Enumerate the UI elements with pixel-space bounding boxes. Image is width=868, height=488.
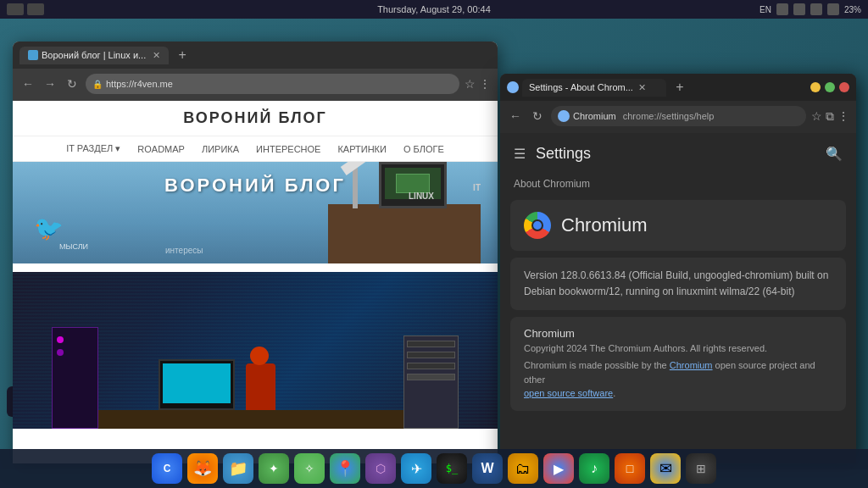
nav-about[interactable]: О БЛОГЕ [403, 143, 444, 154]
hero-pixel-art: ВОРОНИЙ БЛОГ 🐦 МЫСЛИ LINUX [13, 162, 498, 263]
refresh-button-2[interactable]: ↻ [529, 108, 546, 125]
nav-it[interactable]: IT РАЗДЕЛ ▾ [66, 143, 120, 154]
new-tab-button-1[interactable]: + [172, 45, 192, 65]
close-button[interactable] [839, 82, 849, 92]
nav-pictures[interactable]: КАРТИНКИ [337, 143, 386, 154]
chromium-link[interactable]: Chromium [670, 360, 713, 370]
settings-tab-label: Settings - About Chrom... [529, 82, 633, 92]
dock-firefox-icon[interactable]: 🦊 [187, 453, 218, 484]
nav-roadmap[interactable]: ROADMAP [137, 143, 185, 154]
dock-archive-icon[interactable]: 🗂 [508, 453, 538, 484]
settings-content: ☰ Settings 🔍 About Chromium Chromium Ver… [500, 133, 856, 463]
site-header: ВОРОНИЙ БЛОГ [13, 101, 498, 136]
locale-indicator: EN [760, 5, 771, 14]
browser-window-2: Settings - About Chrom... ✕ + ← ↻ Chromi… [500, 74, 856, 463]
dock-telegram-icon[interactable]: ✈ [401, 453, 431, 484]
nav-interesting[interactable]: ИНТЕРЕСНОЕ [256, 143, 320, 154]
settings-favicon-small [558, 110, 570, 122]
settings-tab-icon [507, 81, 519, 93]
dock-appstore1-icon[interactable]: ✦ [259, 453, 289, 484]
website-content: ВОРОНИЙ БЛОГ IT РАЗДЕЛ ▾ ROADMAP ЛИРИКА … [13, 101, 498, 463]
browser-chrome-2: Settings - About Chrom... ✕ + ← ↻ Chromi… [500, 74, 856, 133]
chromium-version-text: Version 128.0.6613.84 (Official Build, u… [524, 269, 828, 297]
footer-copyright: Copyright 2024 The Chromium Authors. All… [524, 343, 832, 353]
browser-nav-2: ← ↻ Chromium chrome://settings/help ☆ ⧉ … [500, 101, 856, 131]
url-display-2-path: chrome://settings/help [623, 111, 715, 121]
dock-music-icon[interactable]: ♪ [579, 453, 609, 484]
back-button-2[interactable]: ← [507, 108, 524, 125]
taskbar-top-left [7, 3, 44, 15]
dock-chromium-icon[interactable]: C [152, 453, 182, 484]
nav-lirika[interactable]: ЛИРИКА [202, 143, 239, 154]
server-unit-2 [407, 352, 455, 358]
dock-hex-icon[interactable]: ⬡ [365, 453, 396, 484]
server-unit-4 [407, 374, 455, 380]
dock-files-icon[interactable]: 📁 [223, 453, 253, 484]
extensions-button-2[interactable]: ⧉ [826, 109, 834, 124]
minimize-button[interactable] [810, 82, 821, 92]
chromium-logo-inner [531, 219, 543, 231]
chromium-app-name: Chromium [561, 214, 647, 236]
window-controls-2 [810, 82, 849, 92]
system-tray: EN 23% [760, 3, 861, 15]
server-unit-1 [407, 341, 455, 347]
maximize-button[interactable] [825, 82, 835, 92]
oss-link[interactable]: open source software [524, 388, 613, 398]
post-monitor-outer [159, 359, 235, 410]
footer-text-before: Chromium is made possible by the [524, 360, 670, 370]
datetime-display: Thursday, August 29, 00:44 [377, 4, 491, 14]
tab-close-1[interactable]: ✕ [153, 50, 160, 61]
browser-chrome-1: Вороний блог | Linux и... ✕ + ← → ↻ 🔒 ht… [13, 42, 498, 101]
post-figure-body [246, 363, 275, 410]
active-tab-1[interactable]: Вороний блог | Linux и... ✕ [19, 47, 169, 64]
settings-tab[interactable]: Settings - About Chrom... ✕ [522, 79, 666, 97]
hero-linux-label: LINUX [409, 191, 434, 201]
network-icon [776, 3, 788, 15]
dock-vm-icon[interactable]: □ [615, 453, 645, 484]
more-button-1[interactable]: ⋮ [479, 77, 491, 91]
browser-tabbar-1: Вороний блог | Linux и... ✕ + [13, 42, 498, 69]
new-tab-button-2[interactable]: + [670, 77, 690, 97]
dock-maps-icon[interactable]: 📍 [330, 453, 360, 484]
hero-overlay-title: ВОРОНИЙ БЛОГ [164, 175, 346, 197]
settings-toolbar: ☰ Settings 🔍 [500, 133, 856, 175]
battery-percent: 23% [844, 5, 861, 14]
server-unit-3 [407, 363, 455, 369]
desktop: Вороний блог | Linux и... ✕ + ← → ↻ 🔒 ht… [0, 19, 868, 469]
refresh-button-1[interactable]: ↻ [64, 75, 81, 92]
settings-search-button[interactable]: 🔍 [826, 146, 843, 162]
hero-interests-label: интересы [165, 246, 203, 255]
dock-extra-icon[interactable]: ⊞ [686, 453, 716, 484]
hero-caption-mysli: МЫСЛИ [59, 242, 88, 251]
dock-mail-icon[interactable]: ✉ [650, 453, 681, 484]
footer-oss-text: Chromium is made possible by the Chromiu… [524, 358, 832, 401]
chromium-logo [524, 212, 551, 239]
back-button-1[interactable]: ← [19, 75, 36, 92]
chromium-version-card: Version 128.0.6613.84 (Official Build, u… [510, 258, 846, 310]
footer-app-name: Chromium [524, 327, 832, 340]
crow-decoration: 🐦 [34, 214, 64, 242]
settings-page-title: Settings [536, 145, 591, 163]
more-button-2[interactable]: ⋮ [837, 109, 849, 124]
bookmark-button-2[interactable]: ☆ [811, 109, 822, 124]
site-title: ВОРОНИЙ БЛОГ [30, 109, 481, 127]
chromium-footer-card: Chromium Copyright 2024 The Chromium Aut… [510, 317, 846, 411]
address-bar-2[interactable]: Chromium chrome://settings/help [551, 106, 806, 126]
start-button[interactable] [7, 3, 24, 15]
monitor-screen-content [396, 174, 430, 192]
dock-terminal-icon[interactable]: $_ [437, 453, 467, 484]
chromium-name-card: Chromium [510, 200, 846, 251]
post-floor-desk [86, 410, 425, 429]
bookmark-button-1[interactable]: ☆ [465, 77, 476, 91]
site-nav: IT РАЗДЕЛ ▾ ROADMAP ЛИРИКА ИНТЕРЕСНОЕ КА… [13, 136, 498, 162]
window-switcher[interactable] [27, 3, 44, 15]
settings-tab-close[interactable]: ✕ [638, 82, 646, 93]
desk-decoration [328, 204, 481, 263]
forward-button-1[interactable]: → [42, 75, 58, 92]
taskbar-top: Thursday, August 29, 00:44 EN 23% [0, 0, 868, 19]
dock-word-icon[interactable]: W [472, 453, 503, 484]
dock-gplay-icon[interactable]: ▶ [543, 453, 574, 484]
dock-appstore2-icon[interactable]: ✧ [294, 453, 325, 484]
address-bar-1[interactable]: 🔒 https://r4ven.me [86, 74, 459, 94]
settings-hamburger-button[interactable]: ☰ [514, 146, 526, 162]
